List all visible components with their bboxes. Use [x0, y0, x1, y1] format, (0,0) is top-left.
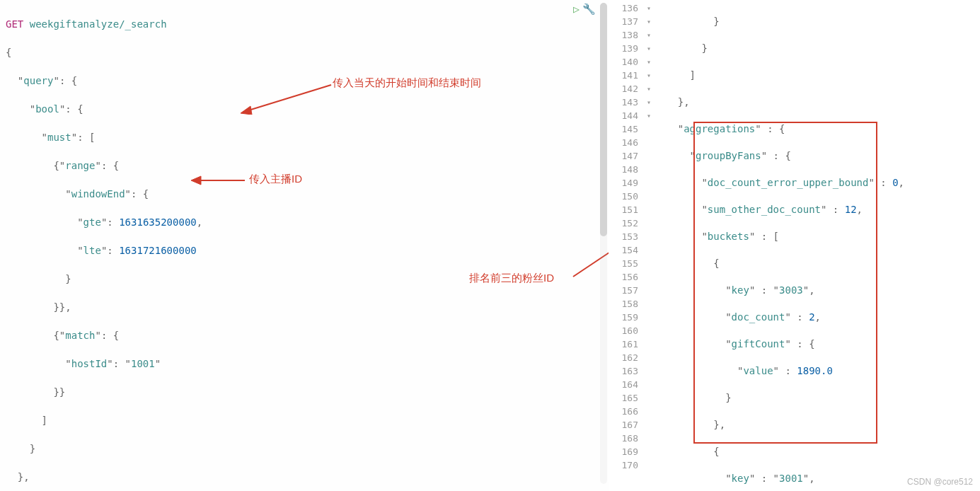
svg-marker-1 — [241, 106, 252, 115]
endpoint: weekgiftanalyze/_search — [23, 18, 166, 30]
annotation-top-fans: 排名前三的粉丝ID — [469, 272, 554, 285]
annotation-time-range: 传入当天的开始时间和结束时间 — [333, 76, 481, 90]
request-editor-panel[interactable]: ▷ 🔧 GET weekgiftanalyze/_search { "query… — [0, 0, 609, 491]
arrow-time-icon — [239, 79, 338, 115]
request-code[interactable]: GET weekgiftanalyze/_search { "query": {… — [0, 0, 609, 491]
http-method: GET — [6, 18, 23, 30]
annotation-host-id: 传入主播ID — [249, 173, 302, 186]
arrow-host-icon — [191, 175, 248, 185]
response-panel[interactable]: 1361371381391401411421431441451461471481… — [609, 0, 980, 491]
highlight-box — [693, 122, 877, 444]
line-numbers: 1361371381391401411421431441451461471481… — [609, 1, 644, 491]
svg-marker-3 — [191, 176, 201, 185]
svg-line-0 — [246, 85, 331, 111]
watermark: CSDN @core512 — [907, 477, 973, 487]
left-scrollbar-thumb[interactable] — [600, 3, 607, 236]
left-scrollbar[interactable] — [600, 3, 607, 484]
fold-gutter[interactable]: ▾▾▾▾▾▾▾▾▾ — [644, 1, 654, 491]
